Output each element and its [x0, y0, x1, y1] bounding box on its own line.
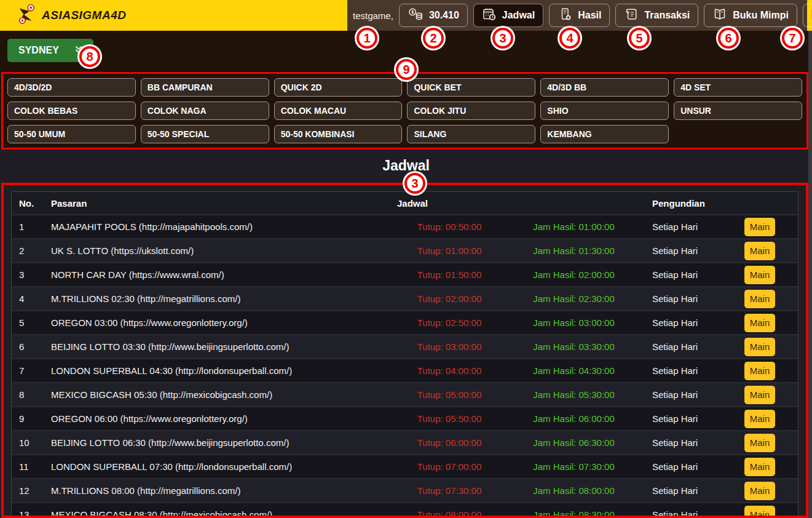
row-tutup-time: Tutup: 02:50:00	[397, 317, 502, 328]
game-menu-colok-bebas[interactable]: COLOK BEBAS	[7, 102, 136, 120]
nav-buku-mimpi-button[interactable]: Buku Mimpi	[704, 4, 797, 27]
open-book-icon	[712, 7, 727, 24]
game-menu-4d-3d-bb[interactable]: 4D/3D BB	[540, 78, 669, 97]
row-pengundian: Setiap Hari	[646, 269, 729, 280]
main-button[interactable]: Main	[744, 266, 775, 284]
game-menu-silang[interactable]: SILANG	[407, 125, 535, 143]
table-row: 2UK S. LOTTO (https://ukslott.com/)Tutup…	[12, 238, 798, 262]
main-button[interactable]: Main	[744, 458, 775, 476]
row-no: 10	[19, 437, 51, 448]
row-no: 4	[19, 293, 51, 304]
row-tutup-time: Tutup: 00:50:00	[397, 221, 502, 232]
row-tutup-time: Tutup: 04:00:00	[397, 365, 502, 376]
table-row: 11LONDON SUPERBALL 07:30 (http://londons…	[12, 454, 798, 478]
vertical-scrollbar[interactable]	[808, 31, 812, 518]
game-menu-4d-3d-2d[interactable]: 4D/3D/2D	[7, 78, 136, 97]
game-menu-colok-macau[interactable]: COLOK MACAU	[274, 102, 403, 120]
row-no: 5	[19, 317, 51, 328]
row-main-cell: Main	[729, 410, 790, 428]
main-button[interactable]: Main	[744, 290, 775, 308]
row-pasaran: LONDON SUPERBALL 07:30 (http://londonsup…	[51, 461, 397, 472]
table-header: No. Pasaran Jadwal Pengundian	[12, 192, 798, 214]
row-pengundian: Setiap Hari	[646, 293, 729, 304]
row-pasaran: LONDON SUPERBALL 04:30 (http://londonsup…	[51, 365, 397, 376]
logout-button[interactable]	[803, 4, 812, 27]
row-tutup-time: Tutup: 03:00:00	[397, 341, 502, 352]
main-button[interactable]: Main	[744, 410, 775, 428]
main-button[interactable]: Main	[744, 386, 775, 404]
col-header-pengundian: Pengundian	[646, 198, 729, 209]
calendar-clock-icon	[482, 7, 497, 24]
row-tutup-time: Tutup: 07:00:00	[397, 461, 502, 472]
nav-hasil-button[interactable]: Hasil	[549, 4, 610, 27]
game-menu-grid: 4D/3D/2DBB CAMPURANQUICK 2DQUICK BET4D/3…	[1, 72, 808, 149]
annotation-circle-5: 5	[629, 28, 650, 49]
game-menu-kembang[interactable]: KEMBANG	[540, 125, 669, 143]
row-main-cell: Main	[729, 218, 790, 236]
game-menu-bb-campuran[interactable]: BB CAMPURAN	[141, 78, 269, 97]
row-no: 8	[19, 389, 51, 400]
balance-button[interactable]: 30.410	[399, 4, 468, 27]
coins-icon	[408, 7, 424, 24]
game-menu-4d-set[interactable]: 4D SET	[674, 78, 802, 97]
nav-jadwal-button[interactable]: Jadwal	[473, 4, 543, 27]
row-hasil-time: Jam Hasil: 08:30:00	[502, 509, 646, 518]
row-main-cell: Main	[729, 458, 790, 476]
row-pasaran: MAJAPAHIT POOLS (http://majapahitpools.c…	[51, 221, 397, 232]
nav-hasil-label: Hasil	[578, 10, 601, 21]
row-pasaran: MEXICO BIGCASH 08:30 (http://mexicobigca…	[51, 509, 397, 518]
main-button[interactable]: Main	[744, 482, 775, 500]
col-header-pasaran: Pasaran	[51, 198, 397, 209]
row-main-cell: Main	[729, 266, 790, 284]
row-pengundian: Setiap Hari	[646, 437, 729, 448]
nav-transaksi-label: Transaksi	[644, 10, 690, 21]
row-pasaran: OREGON 03:00 (https://www.oregonlottery.…	[51, 317, 397, 328]
row-hasil-time: Jam Hasil: 07:30:00	[502, 461, 646, 472]
game-menu-colok-jitu[interactable]: COLOK JITU	[407, 102, 535, 120]
table-row: 6BEIJING LOTTO 03:30 (http://www.beijing…	[12, 334, 798, 358]
phone-result-icon	[558, 7, 572, 24]
game-menu-quick-bet[interactable]: QUICK BET	[407, 78, 535, 97]
table-row: 12M.TRILLIONS 08:00 (http://megatrillion…	[12, 478, 798, 502]
row-hasil-time: Jam Hasil: 06:00:00	[502, 413, 646, 424]
row-pengundian: Setiap Hari	[646, 341, 729, 352]
main-button[interactable]: Main	[744, 338, 775, 356]
row-hasil-time: Jam Hasil: 05:30:00	[502, 389, 646, 400]
row-pengundian: Setiap Hari	[646, 317, 729, 328]
game-menu-50-50-kombinasi[interactable]: 50-50 KOMBINASI	[274, 125, 403, 143]
row-pengundian: Setiap Hari	[646, 389, 729, 400]
annotation-circle-1: 1	[357, 28, 377, 49]
row-tutup-time: Tutup: 02:00:00	[397, 293, 502, 304]
row-main-cell: Main	[729, 434, 790, 452]
nav-transaksi-button[interactable]: Transaksi	[615, 4, 698, 27]
game-menu-50-50-umum[interactable]: 50-50 UMUM	[7, 125, 136, 143]
game-menu-colok-naga[interactable]: COLOK NAGA	[141, 102, 269, 120]
game-menu-quick-2d[interactable]: QUICK 2D	[274, 78, 403, 97]
row-main-cell: Main	[729, 242, 790, 260]
table-row: 1MAJAPAHIT POOLS (http://majapahitpools.…	[12, 214, 798, 238]
user-panel: testgame, 30.410	[347, 0, 807, 31]
row-pengundian: Setiap Hari	[646, 245, 729, 256]
table-row: 4M.TRILLIONS 02:30 (http://megatrillions…	[12, 286, 798, 310]
brand-name: ASIASIGMA4D	[42, 9, 126, 22]
schedule-table: No. Pasaran Jadwal Pengundian 1MAJAPAHIT…	[11, 191, 798, 518]
main-button[interactable]: Main	[744, 218, 775, 236]
row-pasaran: OREGON 06:00 (https://www.oregonlottery.…	[51, 413, 397, 424]
main-button[interactable]: Main	[744, 362, 775, 380]
game-menu-50-50-special[interactable]: 50-50 SPECIAL	[141, 125, 269, 143]
main-button[interactable]: Main	[744, 506, 775, 518]
row-pasaran: M.TRILLIONS 02:30 (http://megatrillions.…	[51, 293, 397, 304]
game-menu-unsur[interactable]: UNSUR	[674, 102, 802, 120]
main-button[interactable]: Main	[744, 434, 775, 452]
game-menu-shio[interactable]: SHIO	[540, 102, 669, 120]
row-tutup-time: Tutup: 01:00:00	[397, 245, 502, 256]
main-button[interactable]: Main	[744, 242, 775, 260]
nav-buku-mimpi-label: Buku Mimpi	[733, 10, 789, 21]
main-button[interactable]: Main	[744, 314, 775, 332]
username-label: testgame,	[353, 10, 393, 21]
table-row: 7LONDON SUPERBALL 04:30 (http://londonsu…	[12, 358, 798, 382]
annotation-circle-3: 3	[492, 28, 513, 49]
col-header-jadwal: Jadwal	[397, 198, 502, 209]
row-hasil-time: Jam Hasil: 01:00:00	[502, 221, 646, 232]
row-no: 3	[19, 269, 51, 280]
